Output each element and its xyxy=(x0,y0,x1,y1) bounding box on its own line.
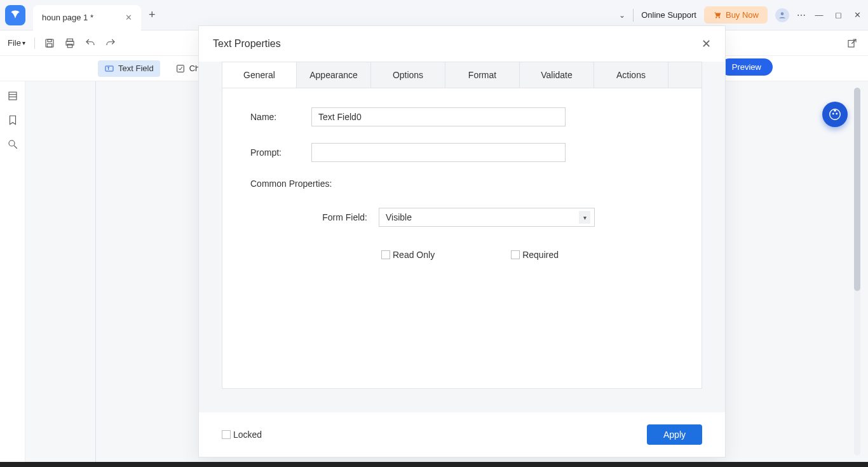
prompt-input[interactable] xyxy=(311,143,566,162)
svg-rect-2 xyxy=(48,39,51,42)
app-logo[interactable] xyxy=(5,5,25,25)
dialog-body: General Appearance Options Format Valida… xyxy=(199,62,725,412)
read-only-label: Read Only xyxy=(393,250,435,260)
undo-icon[interactable] xyxy=(85,37,96,49)
tab-spacer xyxy=(668,62,702,88)
scrollbar-thumb[interactable] xyxy=(854,88,860,291)
os-taskbar xyxy=(0,462,868,467)
text-field-tool-label: Text Field xyxy=(118,64,154,73)
name-label: Name: xyxy=(250,112,311,122)
svg-rect-6 xyxy=(67,44,72,47)
svg-point-16 xyxy=(832,113,834,115)
select-caret-icon: ▾ xyxy=(579,211,590,224)
print-icon[interactable] xyxy=(64,37,76,49)
redo-icon[interactable] xyxy=(105,37,116,49)
svg-rect-3 xyxy=(47,43,52,46)
buy-now-button[interactable]: Buy Now xyxy=(704,6,768,24)
external-link-icon[interactable] xyxy=(846,37,858,49)
tab-title: houn page 1 * xyxy=(42,13,93,22)
tab-actions[interactable]: Actions xyxy=(594,62,668,88)
dialog-title: Text Properties xyxy=(213,38,281,50)
page-edge xyxy=(95,81,96,462)
file-menu-label: File xyxy=(8,38,21,48)
common-properties-label: Common Properties: xyxy=(250,179,674,189)
svg-point-0 xyxy=(781,12,784,15)
svg-point-13 xyxy=(9,140,15,146)
file-menu[interactable]: File ▾ xyxy=(8,38,25,48)
chevron-down-icon[interactable]: ⌄ xyxy=(619,11,625,20)
tab-format[interactable]: Format xyxy=(445,62,520,88)
dialog-footer: Locked Apply xyxy=(199,412,725,457)
window-maximize-button[interactable]: ◻ xyxy=(832,10,844,20)
more-menu-icon[interactable]: ⋯ xyxy=(797,10,806,20)
preview-button[interactable]: Preview xyxy=(721,58,773,76)
checkbox-box xyxy=(511,250,520,259)
tab-appearance[interactable]: Appearance xyxy=(297,62,371,88)
name-input[interactable] xyxy=(311,107,566,126)
locked-checkbox[interactable]: Locked xyxy=(222,430,262,440)
thumbnails-icon[interactable] xyxy=(7,90,18,102)
divider xyxy=(34,37,35,49)
window-close-button[interactable]: ✕ xyxy=(851,10,863,20)
svg-rect-7 xyxy=(848,40,854,47)
tab-close-icon[interactable]: ✕ xyxy=(125,13,132,22)
svg-rect-8 xyxy=(105,66,113,71)
left-sidebar xyxy=(0,81,25,467)
svg-rect-10 xyxy=(9,92,17,100)
properties-panel: General Appearance Options Format Valida… xyxy=(222,62,702,389)
text-field-tool[interactable]: Text Field xyxy=(98,60,160,77)
checkbox-box xyxy=(222,430,231,439)
dialog-header: Text Properties ✕ xyxy=(199,26,725,62)
chevron-down-icon: ▾ xyxy=(22,39,25,46)
svg-rect-9 xyxy=(177,65,184,72)
required-label: Required xyxy=(522,250,559,260)
svg-line-14 xyxy=(14,146,17,149)
checkbox-box xyxy=(381,250,390,259)
tab-options[interactable]: Options xyxy=(371,62,445,88)
user-avatar[interactable] xyxy=(775,8,789,22)
tab-validate[interactable]: Validate xyxy=(520,62,594,88)
document-tab[interactable]: houn page 1 * ✕ xyxy=(33,5,141,30)
svg-rect-18 xyxy=(834,110,836,112)
apply-button[interactable]: Apply xyxy=(647,424,702,445)
buy-now-label: Buy Now xyxy=(726,10,759,20)
online-support-link[interactable]: Online Support xyxy=(641,10,696,20)
form-field-select[interactable]: Visible ▾ xyxy=(379,208,595,227)
search-icon[interactable] xyxy=(7,139,18,150)
bookmark-icon[interactable] xyxy=(7,114,18,126)
required-checkbox[interactable]: Required xyxy=(511,250,559,260)
form-field-value: Visible xyxy=(386,212,412,222)
dialog-close-button[interactable]: ✕ xyxy=(702,37,711,51)
save-icon[interactable] xyxy=(44,37,55,49)
prompt-label: Prompt: xyxy=(250,147,311,158)
form-field-label: Form Field: xyxy=(308,212,379,222)
assistant-button[interactable] xyxy=(822,102,848,127)
divider xyxy=(633,9,634,22)
new-tab-button[interactable]: + xyxy=(149,8,156,22)
text-properties-dialog: Text Properties ✕ General Appearance Opt… xyxy=(198,25,726,457)
svg-point-17 xyxy=(836,113,837,115)
properties-tabs: General Appearance Options Format Valida… xyxy=(222,62,702,88)
window-minimize-button[interactable]: — xyxy=(813,10,825,20)
general-panel: Name: Prompt: Common Properties: Form Fi… xyxy=(222,88,702,279)
locked-label: Locked xyxy=(233,430,262,440)
tab-general[interactable]: General xyxy=(222,62,297,88)
read-only-checkbox[interactable]: Read Only xyxy=(381,250,435,260)
